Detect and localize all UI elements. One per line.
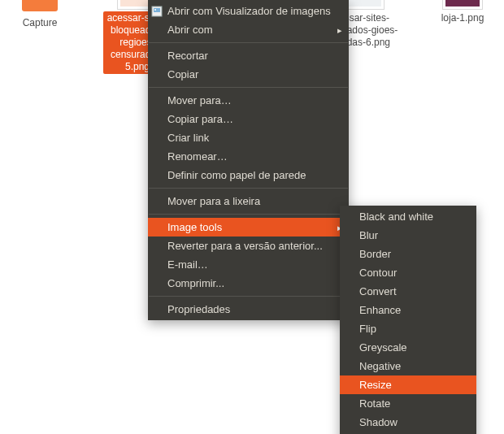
menu-properties[interactable]: Propriedades bbox=[148, 300, 349, 319]
folder-icon bbox=[20, 0, 60, 13]
menu-create-link[interactable]: Criar link bbox=[148, 128, 349, 147]
menu-label: Black and white bbox=[359, 210, 433, 223]
menu-revert[interactable]: Reverter para a versão anterior... bbox=[148, 237, 349, 255]
context-menu: Abrir com Visualizador de imagens Abrir … bbox=[148, 0, 349, 320]
submenu-flip[interactable]: Flip bbox=[340, 319, 476, 338]
menu-label: Criar link bbox=[167, 132, 209, 144]
menu-label: Abrir com Visualizador de imagens bbox=[167, 5, 331, 17]
menu-compress[interactable]: Comprimir... bbox=[148, 274, 349, 293]
menu-move-to[interactable]: Mover para… bbox=[148, 91, 349, 110]
file-label: Capture bbox=[20, 16, 60, 30]
menu-label: Definir como papel de parede bbox=[167, 169, 306, 181]
submenu-negative[interactable]: Negative bbox=[340, 357, 476, 375]
submenu-border[interactable]: Border bbox=[340, 245, 476, 263]
menu-copy[interactable]: Copiar bbox=[148, 65, 349, 84]
menu-label: Greyscale bbox=[359, 341, 407, 354]
menu-open-with-viewer[interactable]: Abrir com Visualizador de imagens bbox=[148, 2, 349, 20]
submenu-greyscale[interactable]: Greyscale bbox=[340, 338, 476, 357]
submenu-shadow[interactable]: Shadow bbox=[340, 413, 476, 432]
menu-label: Mover para… bbox=[167, 94, 232, 106]
menu-rename[interactable]: Renomear… bbox=[148, 147, 349, 166]
svg-point-2 bbox=[154, 9, 156, 11]
submenu-resize[interactable]: Resize bbox=[340, 375, 476, 394]
file-item-capture[interactable]: Capture bbox=[3, 0, 76, 30]
menu-set-wallpaper[interactable]: Definir como papel de parede bbox=[148, 166, 349, 184]
submenu-enhance[interactable]: Enhance bbox=[340, 301, 476, 319]
file-item-loja[interactable]: loja-1.png bbox=[429, 0, 496, 25]
menu-label: Recortar bbox=[167, 50, 208, 62]
menu-separator bbox=[149, 296, 348, 297]
menu-label: Rotate bbox=[359, 397, 390, 410]
menu-label: Negative bbox=[359, 360, 401, 372]
submenu-blur[interactable]: Blur bbox=[340, 226, 476, 245]
menu-label: Border bbox=[359, 248, 391, 260]
submenu-convert[interactable]: Convert bbox=[340, 282, 476, 301]
menu-label: Blur bbox=[359, 229, 378, 241]
submenu-image-tools: Black and white Blur Border Contour Conv… bbox=[340, 206, 476, 434]
menu-label: Abrir com bbox=[167, 24, 213, 36]
submenu-rotate[interactable]: Rotate bbox=[340, 394, 476, 413]
menu-trash[interactable]: Mover para a lixeira bbox=[148, 192, 349, 210]
menu-separator bbox=[149, 42, 348, 43]
menu-label: Resize bbox=[359, 379, 392, 391]
menu-copy-to[interactable]: Copiar para… bbox=[148, 110, 349, 128]
image-thumbnail-icon bbox=[344, 0, 385, 8]
submenu-contour[interactable]: Contour bbox=[340, 263, 476, 282]
menu-label: Reverter para a versão anterior... bbox=[167, 240, 323, 252]
menu-cut[interactable]: Recortar bbox=[148, 46, 349, 65]
menu-label: Shadow bbox=[359, 416, 398, 428]
menu-label: Comprimir... bbox=[167, 277, 224, 289]
menu-separator bbox=[149, 214, 348, 215]
submenu-black-and-white[interactable]: Black and white bbox=[340, 207, 476, 226]
menu-label: Flip bbox=[359, 323, 376, 335]
menu-label: Mover para a lixeira bbox=[167, 195, 260, 207]
file-label: loja-1.png bbox=[439, 11, 487, 25]
menu-label: Propriedades bbox=[167, 303, 230, 315]
menu-label: Enhance bbox=[359, 304, 401, 316]
file-manager-window: Capture acessar-sites-bloqueados-regioes… bbox=[0, 0, 504, 434]
menu-label: Copiar bbox=[167, 68, 198, 80]
menu-email[interactable]: E-mail… bbox=[148, 255, 349, 274]
menu-label: Contour bbox=[359, 267, 397, 279]
menu-image-tools[interactable]: Image tools bbox=[148, 218, 349, 237]
menu-label: Convert bbox=[359, 285, 397, 297]
menu-separator bbox=[149, 87, 348, 88]
menu-label: E-mail… bbox=[167, 258, 208, 271]
image-thumbnail-icon bbox=[442, 0, 483, 8]
menu-separator bbox=[149, 188, 348, 189]
menu-open-with[interactable]: Abrir com bbox=[148, 20, 349, 39]
menu-label: Renomear… bbox=[167, 150, 228, 163]
menu-label: Image tools bbox=[167, 221, 222, 233]
image-viewer-icon bbox=[151, 6, 163, 17]
menu-label: Copiar para… bbox=[167, 113, 233, 125]
